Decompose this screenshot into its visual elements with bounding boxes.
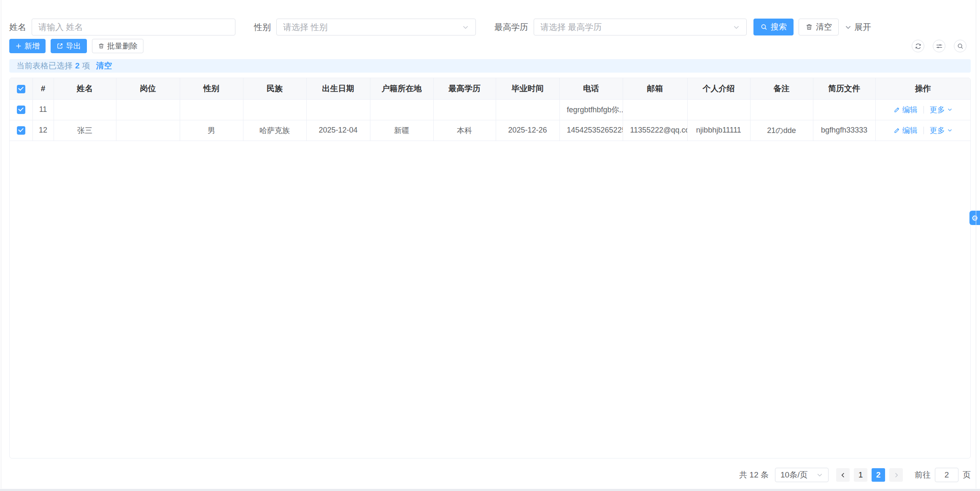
edit-button[interactable]: 编辑: [894, 125, 918, 136]
more-button[interactable]: 更多: [930, 105, 953, 115]
column-header-ethnicity: 民族: [243, 78, 306, 99]
column-header-education: 最高学历: [433, 78, 496, 99]
cell-gender: 男: [180, 120, 243, 141]
right-edge-divider: [976, 0, 976, 488]
batch-delete-button[interactable]: 批量删除: [92, 39, 143, 53]
trash-icon: [98, 43, 105, 49]
column-header-email: 邮箱: [623, 78, 687, 99]
column-header-residence: 户籍所在地: [370, 78, 433, 99]
toolbar-right-icons: [912, 40, 971, 52]
next-page-button[interactable]: [889, 468, 903, 482]
cell-residence: 新疆: [370, 120, 433, 141]
pencil-icon: [894, 106, 900, 113]
search-button[interactable]: 搜索: [753, 19, 794, 35]
cell-email: 11355222@qq.co...: [623, 120, 687, 141]
row-checkbox[interactable]: [17, 106, 25, 114]
settings-tab[interactable]: ⚙: [969, 211, 980, 225]
cell-birthdate: [306, 99, 370, 120]
gender-label: 性别: [254, 22, 271, 33]
education-select[interactable]: 请选择 最高学历: [534, 19, 747, 35]
page-size-select[interactable]: 10条/页: [775, 468, 829, 482]
form-item-gender: 性别 请选择 性别: [254, 19, 476, 35]
cell-remark: 21のdde: [750, 120, 813, 141]
cell-resume: [813, 99, 875, 120]
name-label: 姓名: [9, 22, 26, 33]
chevron-down-icon: [733, 24, 740, 31]
trash-icon: [805, 23, 813, 31]
export-icon: [57, 43, 63, 49]
page-button-2[interactable]: 2: [872, 468, 885, 482]
row-checkbox[interactable]: [17, 126, 25, 135]
gender-select-placeholder: 请选择 性别: [283, 22, 328, 33]
cell-birthdate: 2025-12-04: [306, 120, 370, 141]
column-header-birthdate: 出生日期: [306, 78, 370, 99]
data-table: # 姓名 岗位 性别 民族 出生日期 户籍所在地 最高学历 毕业时间 电话 邮箱…: [10, 78, 970, 141]
export-button[interactable]: 导出: [51, 39, 87, 53]
cell-ethnicity: 哈萨克族: [243, 120, 306, 141]
cell-gender: [180, 99, 243, 120]
goto-page-input[interactable]: [935, 468, 958, 482]
name-input[interactable]: [32, 19, 235, 35]
sliders-icon: [936, 43, 943, 50]
cell-education: 本科: [433, 120, 496, 141]
column-settings-button[interactable]: [933, 40, 945, 52]
goto-page: 前往 页: [915, 468, 971, 482]
table-row: 12 张三 男 哈萨克族 2025-12-04 新疆 本科 2025-12-26…: [10, 120, 970, 141]
select-all-checkbox[interactable]: [17, 85, 25, 93]
selection-alert-text: 当前表格已选择: [16, 60, 73, 71]
cell-phone: 145425352652255...: [559, 120, 623, 141]
expand-toggle[interactable]: 展开: [845, 22, 871, 33]
action-divider: [923, 127, 924, 134]
cell-graduation: [496, 99, 559, 120]
gear-icon: ⚙: [971, 214, 978, 222]
pencil-icon: [894, 127, 900, 134]
refresh-button[interactable]: [912, 40, 924, 52]
clear-button[interactable]: 清空: [799, 19, 839, 35]
cell-residence: [370, 99, 433, 120]
cell-name: [54, 99, 116, 120]
selection-alert: 当前表格已选择 2 项 清空: [9, 59, 971, 73]
form-item-education: 最高学历 请选择 最高学历: [494, 19, 747, 35]
column-header-index: #: [32, 78, 54, 99]
add-button[interactable]: 新增: [9, 39, 46, 53]
form-item-name: 姓名: [9, 19, 235, 35]
column-header-resume: 简历文件: [813, 78, 875, 99]
column-header-post: 岗位: [116, 78, 180, 99]
total-count: 共 12 条: [739, 469, 769, 480]
chevron-left-icon: [840, 472, 846, 478]
prev-page-button[interactable]: [836, 468, 850, 482]
clear-selection-link[interactable]: 清空: [96, 60, 112, 71]
refresh-icon: [915, 43, 922, 50]
selection-count: 2: [75, 61, 80, 71]
table-card: # 姓名 岗位 性别 民族 出生日期 户籍所在地 最高学历 毕业时间 电话 邮箱…: [9, 78, 971, 458]
chevron-right-icon: [893, 472, 899, 478]
column-header-gender: 性别: [180, 78, 243, 99]
cell-index: 11: [32, 99, 54, 120]
edit-button[interactable]: 编辑: [894, 105, 918, 115]
cell-phone: fegrgbtfhbfgb你...: [559, 99, 623, 120]
page-button-1[interactable]: 1: [854, 468, 867, 482]
table-search-button[interactable]: [954, 40, 967, 52]
cell-resume: bgfhgfh33333: [813, 120, 875, 141]
table-row: 11 fegrgbtfhbfgb你...: [10, 99, 970, 120]
chevron-down-icon: [816, 472, 823, 478]
cell-post: [116, 120, 180, 141]
pagination: 共 12 条 10条/页 1 2 前往 页: [739, 467, 971, 483]
plus-icon: [15, 43, 22, 49]
chevron-down-icon: [947, 127, 953, 133]
cell-intro: [687, 99, 750, 120]
cell-email: [623, 99, 687, 120]
cell-graduation: 2025-12-26: [496, 120, 559, 141]
cell-remark: [750, 99, 813, 120]
search-form: 姓名 性别 请选择 性别 最高学历 请选择 最高学历 搜索 清空: [9, 19, 871, 35]
more-button[interactable]: 更多: [930, 125, 953, 136]
pager: 1 2: [834, 468, 905, 482]
column-header-graduation: 毕业时间: [496, 78, 559, 99]
gender-select[interactable]: 请选择 性别: [276, 19, 476, 35]
cell-index: 12: [32, 120, 54, 141]
table-header-row: # 姓名 岗位 性别 民族 出生日期 户籍所在地 最高学历 毕业时间 电话 邮箱…: [10, 78, 970, 99]
cell-post: [116, 99, 180, 120]
column-header-phone: 电话: [559, 78, 623, 99]
cell-education: [433, 99, 496, 120]
table-toolbar: 新增 导出 批量删除: [9, 39, 971, 53]
